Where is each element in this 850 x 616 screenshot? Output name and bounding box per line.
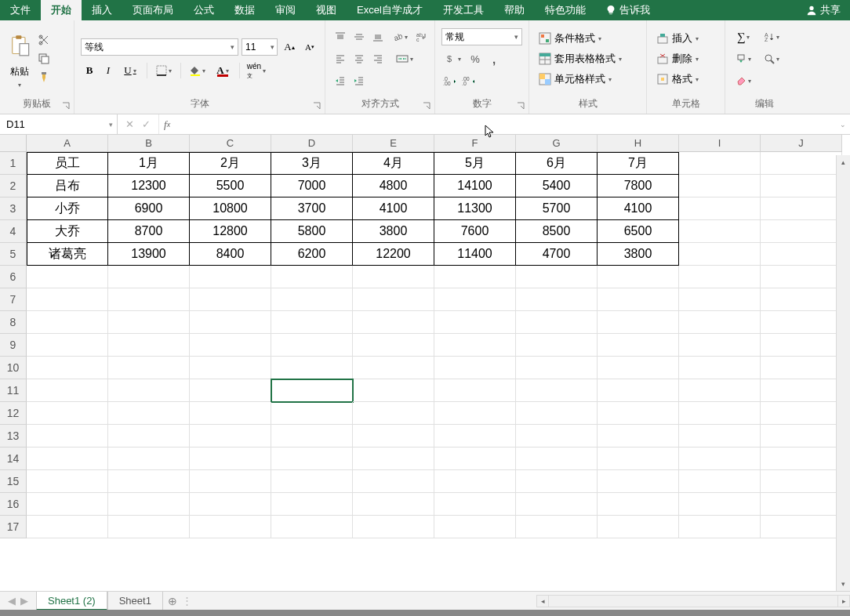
cell-I1[interactable] [679,152,761,175]
cell-H15[interactable] [598,470,679,493]
cell-G7[interactable] [516,288,598,311]
cell-G2[interactable]: 5400 [516,175,598,197]
cell-C9[interactable] [190,334,271,357]
cell-F10[interactable] [434,357,516,379]
cell-I8[interactable] [679,311,761,334]
sheet-tab-1[interactable]: Sheet1 (2) [36,592,107,611]
horizontal-scrollbar[interactable]: ◂ ▸ [536,595,850,607]
cell-F1[interactable]: 5月 [434,152,516,175]
cell-G1[interactable]: 6月 [516,152,598,175]
cell-A15[interactable] [27,470,108,493]
decrease-indent-button[interactable] [332,72,349,89]
cell-J10[interactable] [761,357,842,379]
tab-custom-2[interactable]: 特色功能 [535,0,596,20]
cell-I10[interactable] [679,357,761,379]
cell-B7[interactable] [108,288,190,311]
row-header-9[interactable]: 9 [0,334,27,357]
format-painter-button[interactable] [36,70,52,85]
cell-E5[interactable]: 12200 [353,243,434,266]
cell-F12[interactable] [434,402,516,425]
cancel-formula-button[interactable]: ✕ [125,118,134,130]
cell-B5[interactable]: 13900 [108,243,190,266]
cell-G9[interactable] [516,334,598,357]
cell-J2[interactable] [761,175,842,197]
cell-B10[interactable] [108,357,190,379]
paste-button[interactable] [6,29,33,62]
tab-nav-prev[interactable]: ◀ [8,595,16,607]
cell-E7[interactable] [353,288,434,311]
cell-F15[interactable] [434,470,516,493]
cell-H10[interactable] [598,357,679,379]
row-header-1[interactable]: 1 [0,152,27,175]
cell-C4[interactable]: 12800 [190,220,271,243]
cell-J13[interactable] [761,425,842,448]
name-box[interactable]: ▾ [0,114,118,134]
cell-J3[interactable] [761,197,842,220]
cell-H4[interactable]: 6500 [598,220,679,243]
cell-J8[interactable] [761,311,842,334]
increase-indent-button[interactable] [351,72,368,89]
cell-B12[interactable] [108,402,190,425]
cell-D2[interactable]: 7000 [271,175,353,197]
tab-custom-1[interactable]: Excel自学成才 [347,0,433,20]
cell-E8[interactable] [353,311,434,334]
cell-H8[interactable] [598,311,679,334]
cell-J4[interactable] [761,220,842,243]
cell-B4[interactable]: 8700 [108,220,190,243]
cell-B9[interactable] [108,334,190,357]
tab-formulas[interactable]: 公式 [183,0,224,20]
decrease-decimal-button[interactable]: .00.0 [460,72,478,89]
scroll-right-button[interactable]: ▸ [837,595,850,607]
cell-E12[interactable] [353,402,434,425]
cell-B8[interactable] [108,311,190,334]
cell-D15[interactable] [271,470,353,493]
cell-A11[interactable] [27,379,108,402]
column-header-B[interactable]: B [108,135,190,152]
cell-A4[interactable]: 大乔 [27,220,108,243]
cell-H12[interactable] [598,402,679,425]
cell-F16[interactable] [434,493,516,516]
cell-B1[interactable]: 1月 [108,152,190,175]
bold-button[interactable]: B [81,62,98,79]
cell-J1[interactable] [761,152,842,175]
cell-G3[interactable]: 5700 [516,197,598,220]
cell-G11[interactable] [516,379,598,402]
cell-F2[interactable]: 14100 [434,175,516,197]
column-header-A[interactable]: A [27,135,108,152]
chevron-down-icon[interactable]: ▾ [269,43,277,51]
row-header-10[interactable]: 10 [0,357,27,379]
copy-button[interactable] [36,51,52,67]
row-header-16[interactable]: 16 [0,493,27,516]
cell-C14[interactable] [190,448,271,470]
cell-D10[interactable] [271,357,353,379]
row-header-2[interactable]: 2 [0,175,27,197]
column-header-E[interactable]: E [353,135,434,152]
cell-G5[interactable]: 4700 [516,243,598,266]
cell-C15[interactable] [190,470,271,493]
cut-button[interactable] [36,32,52,48]
tab-developer[interactable]: 开发工具 [433,0,494,20]
row-header-5[interactable]: 5 [0,243,27,266]
cell-F14[interactable] [434,448,516,470]
cell-D17[interactable] [271,516,353,538]
tab-review[interactable]: 审阅 [265,0,306,20]
cell-D14[interactable] [271,448,353,470]
cell-J15[interactable] [761,470,842,493]
italic-button[interactable]: I [100,62,117,79]
conditional-format-button[interactable]: 条件格式▾ [536,30,625,47]
cell-C16[interactable] [190,493,271,516]
cell-C6[interactable] [190,266,271,288]
accounting-format-button[interactable]: $ [441,50,465,67]
cell-J11[interactable] [761,379,842,402]
cell-D6[interactable] [271,266,353,288]
cell-E13[interactable] [353,425,434,448]
format-as-table-button[interactable]: 套用表格格式▾ [536,50,625,67]
tab-file[interactable]: 文件 [0,0,41,20]
increase-decimal-button[interactable]: .0.00 [441,72,459,89]
row-header-11[interactable]: 11 [0,379,27,402]
cell-F3[interactable]: 11300 [434,197,516,220]
cell-J7[interactable] [761,288,842,311]
cell-A16[interactable] [27,493,108,516]
cell-I15[interactable] [679,470,761,493]
cell-I4[interactable] [679,220,761,243]
